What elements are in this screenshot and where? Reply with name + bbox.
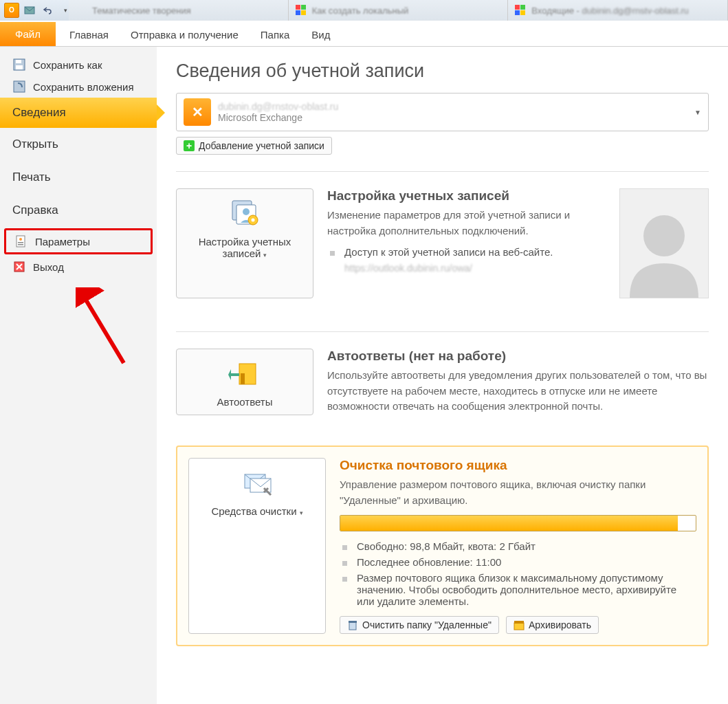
svg-point-23 xyxy=(252,219,255,222)
account-settings-button[interactable]: Настройка учетных записей▾ xyxy=(176,188,313,298)
sidebar-open[interactable]: Открыть xyxy=(0,128,157,161)
section-desc: Изменение параметров для этой учетной за… xyxy=(327,208,606,239)
cleanup-section: Средства очистки▾ Очистка почтового ящик… xyxy=(176,446,709,646)
sidebar-label: Справка xyxy=(12,204,58,217)
bullet-item: Доступ к этой учетной записи на веб-сайт… xyxy=(327,244,606,260)
svg-rect-32 xyxy=(514,621,524,624)
trash-icon xyxy=(347,619,358,630)
svg-point-14 xyxy=(19,238,22,241)
backstage-sidebar: Сохранить как Сохранить вложения Сведени… xyxy=(0,47,157,704)
sidebar-label: Открыть xyxy=(12,138,58,151)
svg-rect-15 xyxy=(18,242,23,243)
sidebar-exit[interactable]: Выход xyxy=(0,256,157,278)
svg-rect-26 xyxy=(241,373,245,384)
svg-rect-11 xyxy=(16,65,23,69)
button-label: Настройка учетных записей▾ xyxy=(182,236,307,259)
sidebar-print[interactable]: Печать xyxy=(0,161,157,194)
svg-rect-6 xyxy=(520,5,525,10)
archive-icon xyxy=(514,619,525,630)
qat-send-receive-icon[interactable] xyxy=(22,3,37,18)
sidebar-options[interactable]: Параметры xyxy=(4,228,153,254)
options-icon xyxy=(14,234,28,248)
annotation-arrow xyxy=(76,287,144,372)
save-attachments-icon xyxy=(12,80,26,94)
tab-home[interactable]: Главная xyxy=(58,23,120,46)
svg-point-21 xyxy=(243,208,250,215)
section-desc: Используйте автоответы для уведомления д… xyxy=(327,368,709,415)
bullet-item: Свободно: 98,8 Мбайт, квота: 2 Гбайт xyxy=(340,538,696,554)
add-account-button[interactable]: + Добавление учетной записи xyxy=(176,137,332,155)
exit-icon xyxy=(12,260,26,274)
svg-point-24 xyxy=(643,215,685,256)
add-account-label: Добавление учетной записи xyxy=(199,140,324,151)
svg-rect-2 xyxy=(301,5,306,10)
ribbon-tabs: Файл Главная Отправка и получение Папка … xyxy=(0,21,728,47)
svg-rect-13 xyxy=(16,236,25,247)
account-selector[interactable]: ✕ dubinin.dg@rnstov-oblast.ru Microsoft … xyxy=(176,93,709,131)
sidebar-label: Выход xyxy=(33,261,64,273)
empty-deleted-button[interactable]: Очистить папку "Удаленные" xyxy=(340,616,499,634)
sidebar-label: Сохранить вложения xyxy=(33,81,134,93)
button-label: Средства очистки▾ xyxy=(211,505,302,517)
save-as-icon xyxy=(12,58,26,72)
owa-link[interactable]: https://outlook.dubinin.ru/owa/ xyxy=(344,263,606,274)
svg-rect-1 xyxy=(296,5,300,10)
svg-rect-31 xyxy=(514,623,524,630)
svg-rect-5 xyxy=(515,5,520,10)
sidebar-label: Печать xyxy=(12,170,51,184)
archive-button[interactable]: Архивировать xyxy=(506,616,599,634)
svg-rect-29 xyxy=(349,622,356,630)
browser-tab: Как создать локальный xyxy=(289,0,509,21)
svg-line-18 xyxy=(82,294,124,363)
sidebar-help[interactable]: Справка xyxy=(0,194,157,227)
titlebar: O ▾ Тематические творения Как создать ло… xyxy=(0,0,728,21)
browser-tab: Входящие - dubinin.dg@rnstv-oblast.ru xyxy=(508,0,728,21)
quota-bar xyxy=(340,515,696,531)
sidebar-save-as[interactable]: Сохранить как xyxy=(0,54,157,76)
page-title: Сведения об учетной записи xyxy=(176,60,709,82)
outlook-logo-icon: O xyxy=(4,3,19,18)
svg-rect-10 xyxy=(16,60,21,63)
bullet-item: Последнее обновление: 11:00 xyxy=(340,554,696,570)
sidebar-label: Параметры xyxy=(35,236,90,248)
quota-fill xyxy=(340,516,678,531)
tab-file[interactable]: Файл xyxy=(0,22,56,46)
bullet-item: Размер почтового ящика близок к максимал… xyxy=(340,570,696,609)
section-title: Автоответы (нет на работе) xyxy=(327,349,709,364)
exchange-logo-icon: ✕ xyxy=(184,98,211,126)
plus-icon: + xyxy=(184,140,195,151)
qat-undo-icon[interactable] xyxy=(40,3,55,18)
svg-rect-30 xyxy=(349,621,357,623)
sidebar-label: Сохранить как xyxy=(33,59,102,71)
chevron-down-icon: ▼ xyxy=(694,109,701,116)
backstage-content: Сведения об учетной записи ✕ dubinin.dg@… xyxy=(157,47,728,704)
autoreply-button[interactable]: Автоответы xyxy=(176,349,313,415)
account-email: dubinin.dg@rnstov-oblast.ru xyxy=(218,101,338,112)
section-desc: Управление размером почтового ящика, вкл… xyxy=(340,477,696,508)
tab-send-receive[interactable]: Отправка и получение xyxy=(120,23,250,46)
quick-access-toolbar: O ▾ xyxy=(0,3,73,18)
section-title: Очистка почтового ящика xyxy=(340,458,696,473)
cleanup-icon xyxy=(241,467,274,500)
button-label: Автоответы xyxy=(217,396,273,408)
tab-view[interactable]: Вид xyxy=(300,23,341,46)
account-settings-icon xyxy=(228,197,261,230)
browser-tab: Тематические творения xyxy=(69,0,289,21)
tab-folder[interactable]: Папка xyxy=(250,23,300,46)
autoreply-icon xyxy=(228,358,261,390)
svg-rect-7 xyxy=(515,10,520,15)
browser-tabs-overlay: Тематические творения Как создать локаль… xyxy=(69,0,728,21)
account-type: Microsoft Exchange xyxy=(218,112,338,123)
svg-rect-3 xyxy=(296,10,300,15)
svg-rect-8 xyxy=(520,10,525,15)
sidebar-save-attachments[interactable]: Сохранить вложения xyxy=(0,76,157,98)
section-title: Настройка учетных записей xyxy=(327,188,606,204)
sidebar-label: Сведения xyxy=(12,106,66,120)
svg-rect-4 xyxy=(301,10,306,15)
cleanup-tools-button[interactable]: Средства очистки▾ xyxy=(188,458,326,634)
profile-avatar xyxy=(619,188,709,298)
svg-rect-16 xyxy=(18,244,23,245)
sidebar-info[interactable]: Сведения xyxy=(0,98,157,128)
